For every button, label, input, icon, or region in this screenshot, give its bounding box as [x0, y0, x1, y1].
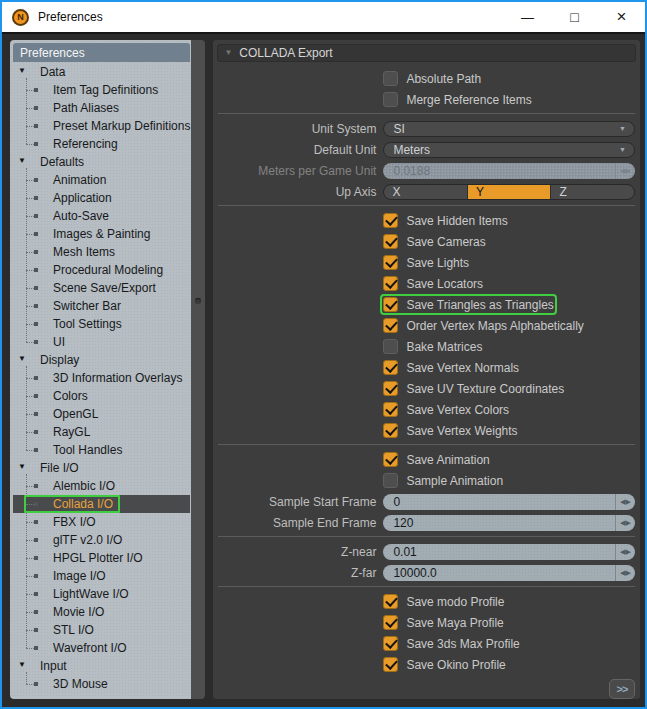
- sidebar-item-referencing[interactable]: Referencing: [13, 135, 190, 153]
- sidebar-item-alembic-i-o[interactable]: Alembic I/O: [13, 477, 190, 495]
- sidebar-section-display[interactable]: ▼Display: [13, 351, 190, 369]
- sidebar-item-tool-handles[interactable]: Tool Handles: [13, 441, 190, 459]
- checkbox-row-save-lights[interactable]: Save Lights: [383, 255, 469, 270]
- checkbox-row-save-triangles-as-triangles[interactable]: Save Triangles as Triangles: [383, 297, 553, 312]
- checkbox-row-save-modo-profile[interactable]: Save modo Profile: [383, 594, 504, 609]
- unchecked-checkbox-icon[interactable]: [383, 92, 398, 107]
- checked-checkbox-icon[interactable]: [383, 318, 398, 333]
- checked-checkbox-icon[interactable]: [383, 452, 398, 467]
- sidebar-item-procedural-modeling[interactable]: Procedural Modeling: [13, 261, 190, 279]
- unchecked-checkbox-icon[interactable]: [383, 71, 398, 86]
- checked-checkbox-icon[interactable]: [383, 423, 398, 438]
- panel-header[interactable]: ▼ COLLADA Export: [217, 44, 636, 62]
- tree-connector-icon: [26, 486, 34, 487]
- checked-checkbox-icon[interactable]: [383, 615, 398, 630]
- sidebar-item-ui[interactable]: UI: [13, 333, 190, 351]
- segment-option-z[interactable]: Z: [551, 185, 634, 199]
- checked-checkbox-icon[interactable]: [383, 234, 398, 249]
- spinner-arrows-icon[interactable]: ◀▶: [615, 544, 635, 560]
- checked-checkbox-icon[interactable]: [383, 360, 398, 375]
- dropdown-default-unit[interactable]: Meters▼: [383, 142, 635, 158]
- collapse-triangle-icon: ▼: [18, 157, 26, 165]
- checkbox-row-save-3ds-max-profile[interactable]: Save 3ds Max Profile: [383, 636, 519, 651]
- sidebar-item-3d-information-overlays[interactable]: 3D Information Overlays: [13, 369, 190, 387]
- form-row-absolute-path: Absolute Path: [216, 68, 637, 89]
- segment-option-y[interactable]: Y: [468, 185, 552, 199]
- sidebar-item-tool-settings[interactable]: Tool Settings: [13, 315, 190, 333]
- sidebar-item-raygl[interactable]: RayGL: [13, 423, 190, 441]
- unchecked-checkbox-icon[interactable]: [383, 339, 398, 354]
- more-options-button[interactable]: >>: [609, 679, 635, 699]
- spinner-arrows-icon[interactable]: ◀▶: [615, 515, 635, 531]
- checked-checkbox-icon[interactable]: [383, 276, 398, 291]
- sidebar-scrollbar[interactable]: [191, 40, 205, 699]
- sidebar-section-defaults[interactable]: ▼Defaults: [13, 153, 190, 171]
- sidebar-item-animation[interactable]: Animation: [13, 171, 190, 189]
- sidebar-item-label: Preset Markup Definitions: [13, 119, 190, 133]
- sidebar-item-fbx-i-o[interactable]: FBX I/O: [13, 513, 190, 531]
- checkbox-row-save-vertex-normals[interactable]: Save Vertex Normals: [383, 360, 519, 375]
- sidebar-item-application[interactable]: Application: [13, 189, 190, 207]
- sidebar-item-gltf-v2-0-i-o[interactable]: glTF v2.0 I/O: [13, 531, 190, 549]
- checkbox-row-save-hidden-items[interactable]: Save Hidden Items: [383, 213, 507, 228]
- dropdown-unit-system[interactable]: SI▼: [383, 121, 635, 137]
- checkbox-row-bake-matrices[interactable]: Bake Matrices: [383, 339, 482, 354]
- checkbox-row-save-cameras[interactable]: Save Cameras: [383, 234, 485, 249]
- number-field-sample-start-frame[interactable]: 0◀▶: [383, 494, 635, 510]
- number-field-sample-end-frame[interactable]: 120◀▶: [383, 515, 635, 531]
- checkbox-row-save-vertex-colors[interactable]: Save Vertex Colors: [383, 402, 509, 417]
- checkbox-row-order-vertex-maps-alphabetically[interactable]: Order Vertex Maps Alphabetically: [383, 318, 583, 333]
- close-button[interactable]: ×: [598, 2, 645, 32]
- sidebar-item-image-i-o[interactable]: Image I/O: [13, 567, 190, 585]
- sidebar-section-data[interactable]: ▼Data: [13, 63, 190, 81]
- sidebar-item-switcher-bar[interactable]: Switcher Bar: [13, 297, 190, 315]
- checkbox-row-save-locators[interactable]: Save Locators: [383, 276, 483, 291]
- checked-checkbox-icon[interactable]: [383, 255, 398, 270]
- tree-group-file-i-o: ▼File I/OAlembic I/OCollada I/OFBX I/Ogl…: [13, 459, 190, 657]
- scrollbar-grip-icon[interactable]: [195, 298, 201, 304]
- checkbox-row-save-animation[interactable]: Save Animation: [383, 452, 489, 467]
- checkbox-row-absolute-path[interactable]: Absolute Path: [383, 71, 481, 86]
- sidebar-item-lightwave-i-o[interactable]: LightWave I/O: [13, 585, 190, 603]
- sidebar-item-preset-markup-definitions[interactable]: Preset Markup Definitions: [13, 117, 190, 135]
- checked-checkbox-icon[interactable]: [383, 213, 398, 228]
- tree-bullet-icon: [34, 250, 38, 254]
- checked-checkbox-icon[interactable]: [383, 297, 398, 312]
- sidebar-item-mesh-items[interactable]: Mesh Items: [13, 243, 190, 261]
- checkbox-row-save-okino-profile[interactable]: Save Okino Profile: [383, 657, 505, 672]
- checkbox-row-save-maya-profile[interactable]: Save Maya Profile: [383, 615, 503, 630]
- checkbox-row-save-vertex-weights[interactable]: Save Vertex Weights: [383, 423, 517, 438]
- sidebar-item-scene-save-export[interactable]: Scene Save/Export: [13, 279, 190, 297]
- sidebar-item-wavefront-i-o[interactable]: Wavefront I/O: [13, 639, 190, 657]
- checkbox-row-save-uv-texture-coordinates[interactable]: Save UV Texture Coordinates: [383, 381, 564, 396]
- sidebar-item-stl-i-o[interactable]: STL I/O: [13, 621, 190, 639]
- sidebar-item-opengl[interactable]: OpenGL: [13, 405, 190, 423]
- sidebar-item-movie-i-o[interactable]: Movie I/O: [13, 603, 190, 621]
- segment-option-x[interactable]: X: [384, 185, 468, 199]
- sidebar-item-item-tag-definitions[interactable]: Item Tag Definitions: [13, 81, 190, 99]
- checked-checkbox-icon[interactable]: [383, 594, 398, 609]
- unchecked-checkbox-icon[interactable]: [383, 473, 398, 488]
- checked-checkbox-icon[interactable]: [383, 381, 398, 396]
- sidebar-item-images-painting[interactable]: Images & Painting: [13, 225, 190, 243]
- sidebar-item-hpgl-plotter-i-o[interactable]: HPGL Plotter I/O: [13, 549, 190, 567]
- checked-checkbox-icon[interactable]: [383, 636, 398, 651]
- tree-connector-icon: [26, 234, 34, 235]
- checkbox-row-sample-animation[interactable]: Sample Animation: [383, 473, 503, 488]
- sidebar-section-file-i-o[interactable]: ▼File I/O: [13, 459, 190, 477]
- sidebar-section-input[interactable]: ▼Input: [13, 657, 190, 675]
- number-field-z-near[interactable]: 0.01◀▶: [383, 544, 635, 560]
- sidebar-item-collada-i-o[interactable]: Collada I/O: [13, 495, 190, 513]
- spinner-arrows-icon[interactable]: ◀▶: [615, 565, 635, 581]
- sidebar-item-colors[interactable]: Colors: [13, 387, 190, 405]
- checked-checkbox-icon[interactable]: [383, 402, 398, 417]
- spinner-arrows-icon[interactable]: ◀▶: [615, 494, 635, 510]
- maximize-button[interactable]: □: [551, 2, 598, 32]
- sidebar-item-3d-mouse[interactable]: 3D Mouse: [13, 675, 190, 693]
- number-field-z-far[interactable]: 10000.0◀▶: [383, 565, 635, 581]
- minimize-button[interactable]: —: [504, 2, 551, 32]
- sidebar-item-path-aliases[interactable]: Path Aliases: [13, 99, 190, 117]
- checkbox-row-merge-reference-items[interactable]: Merge Reference Items: [383, 92, 531, 107]
- checked-checkbox-icon[interactable]: [383, 657, 398, 672]
- sidebar-item-auto-save[interactable]: Auto-Save: [13, 207, 190, 225]
